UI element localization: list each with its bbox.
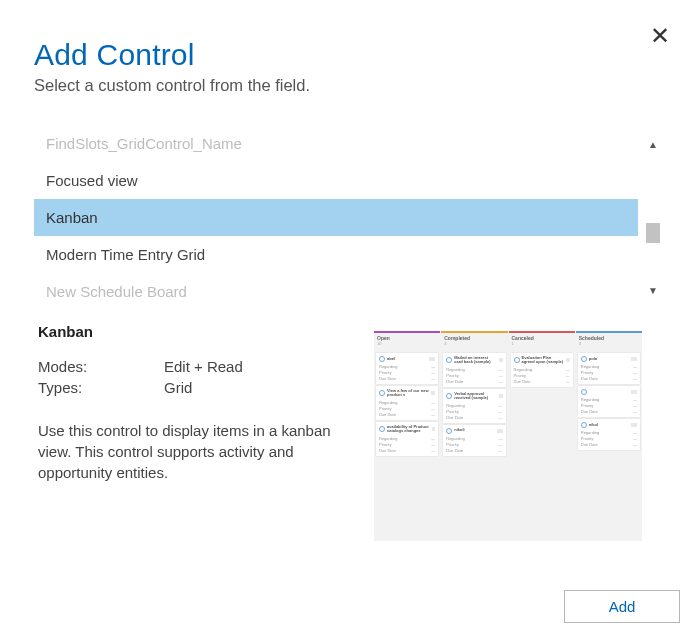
preview-card: View a few of our new product sRegarding… [376,386,438,420]
scroll-thumb[interactable] [646,223,660,243]
preview-card: abelRegarding—Priority—Due Date— [376,353,438,384]
preview-card: availability of Product catalogs changes… [376,422,438,456]
control-list-item[interactable]: Kanban [34,199,638,236]
preview-card: nikoliRegarding—Priority—Due Date— [443,425,505,456]
dialog-subtitle: Select a custom control from the field. [34,76,662,95]
preview-card: Evaluation Plan agreed upon (sample)Rega… [511,353,573,387]
preview-column: Open10abelRegarding—Priority—Due Date—Vi… [374,331,440,541]
control-details: Kanban Modes: Edit + Read Types: Grid Us… [34,323,662,541]
dialog-title: Add Control [34,38,662,72]
types-value: Grid [164,379,192,396]
scroll-down-icon[interactable]: ▼ [644,281,662,299]
control-list-region: FindSlots_GridControl_NameFocused viewKa… [34,135,662,305]
modes-value: Edit + Read [164,358,243,375]
dialog-footer: Add [564,590,680,623]
control-preview-image: Open10abelRegarding—Priority—Due Date—Vi… [374,331,642,541]
details-description: Use this control to display items in a k… [38,420,354,483]
preview-column: Scheduled3polaRegarding—Priority—Due Dat… [576,331,642,541]
add-button[interactable]: Add [564,590,680,623]
details-title: Kanban [38,323,354,340]
types-label: Types: [38,379,164,396]
control-list: FindSlots_GridControl_NameFocused viewKa… [34,135,638,305]
control-list-item[interactable]: Focused view [34,162,638,199]
control-list-scrollbar[interactable]: ▲ ▼ [644,135,662,299]
preview-card: polaRegarding—Priority—Due Date— [578,353,640,384]
preview-column: Canceled1Evaluation Plan agreed upon (sa… [509,331,575,541]
preview-column: Completed3Mailed an interest card back (… [441,331,507,541]
control-list-item[interactable]: New Schedule Board [34,273,638,305]
preview-card: nikolRegarding—Priority—Due Date— [578,419,640,450]
dialog-header: Add Control Select a custom control from… [0,0,696,105]
modes-label: Modes: [38,358,164,375]
preview-card: Regarding—Priority—Due Date— [578,386,640,417]
preview-card: Verbal approval received (sample)Regardi… [443,389,505,423]
close-icon[interactable]: ✕ [650,24,670,48]
scroll-up-icon[interactable]: ▲ [644,135,662,153]
control-list-item[interactable]: Modern Time Entry Grid [34,236,638,273]
preview-card: Mailed an interest card back (sample)Reg… [443,353,505,387]
control-list-item[interactable]: FindSlots_GridControl_Name [34,135,638,162]
